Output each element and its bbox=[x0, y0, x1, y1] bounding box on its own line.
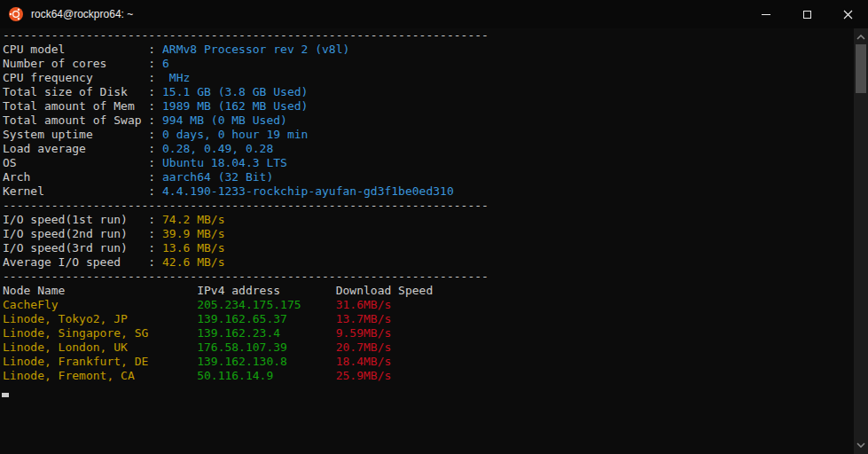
close-button[interactable] bbox=[827, 0, 868, 28]
terminal-text-segment: 50.116.14.9 bbox=[197, 369, 336, 382]
separator-line: ----------------------------------------… bbox=[3, 270, 868, 284]
scrollbar-thumb[interactable] bbox=[856, 44, 866, 93]
terminal-text-segment: Linode, Frankfurt, DE bbox=[3, 355, 197, 368]
terminal-text-segment: ----------------------------------------… bbox=[3, 199, 489, 212]
info-line: CPU model : ARMv8 Processor rev 2 (v8l) bbox=[3, 43, 868, 57]
terminal-text-segment: 25.9MB/s bbox=[336, 369, 392, 382]
terminal-cursor bbox=[2, 393, 9, 397]
terminal-text-segment: 0 days, 0 hour 19 min bbox=[162, 128, 308, 141]
terminal-text-segment: Total amount of Mem : bbox=[3, 99, 162, 113]
terminal-text-segment: 13.7MB/s bbox=[336, 312, 392, 325]
terminal-text-segment: 139.162.23.4 bbox=[197, 326, 336, 340]
terminal-text-segment: OS : bbox=[3, 156, 162, 169]
terminal-text-segment: aarch64 (32 Bit) bbox=[162, 170, 273, 184]
terminal-text-segment: 15.1 GB (3.8 GB Used) bbox=[162, 85, 308, 98]
terminal-text-segment: 0.28, 0.49, 0.28 bbox=[162, 142, 273, 155]
terminal-text-segment: Linode, London, UK bbox=[3, 340, 197, 354]
info-line: CPU frequency : MHz bbox=[3, 71, 868, 85]
terminal-text-segment: Number of cores : bbox=[3, 57, 162, 70]
terminal-text-segment: CPU frequency : bbox=[3, 71, 162, 84]
terminal-text-segment: Ubuntu 18.04.3 LTS bbox=[162, 156, 287, 169]
terminal-text-segment: 42.6 MB/s bbox=[162, 255, 224, 269]
terminal-text-segment: 1989 MB (162 MB Used) bbox=[162, 99, 308, 113]
terminal-text-segment: Linode, Singapore, SG bbox=[3, 326, 197, 340]
terminal-text-segment: 139.162.65.37 bbox=[197, 312, 336, 325]
terminal-window: rock64@rockpro64: ~ --------------------… bbox=[0, 0, 868, 454]
terminal-text-segment: 18.4MB/s bbox=[336, 355, 392, 368]
table-row-line: Linode, Tokyo2, JP 139.162.65.37 13.7MB/… bbox=[3, 312, 868, 326]
titlebar[interactable]: rock64@rockpro64: ~ bbox=[0, 0, 868, 28]
separator-line: ----------------------------------------… bbox=[3, 28, 868, 43]
info-line: Number of cores : 6 bbox=[3, 57, 868, 71]
info-line: Arch : aarch64 (32 Bit) bbox=[3, 170, 868, 184]
terminal-text-segment: I/O speed(2nd run) : bbox=[3, 227, 162, 240]
terminal-text-segment: 139.162.130.8 bbox=[197, 355, 336, 368]
terminal-text-segment: 39.9 MB/s bbox=[162, 227, 224, 240]
terminal-text-segment: 13.6 MB/s bbox=[162, 241, 224, 254]
window-title: rock64@rockpro64: ~ bbox=[31, 8, 133, 20]
maximize-icon bbox=[803, 11, 811, 19]
terminal-text-segment: 74.2 MB/s bbox=[162, 213, 224, 226]
terminal-text-segment: I/O speed(1st run) : bbox=[3, 213, 162, 226]
terminal-text-segment: Total size of Disk : bbox=[3, 85, 162, 98]
terminal-text-segment: CPU model : bbox=[3, 43, 162, 56]
io-line: I/O speed(3rd run) : 13.6 MB/s bbox=[3, 241, 868, 255]
minimize-button[interactable] bbox=[746, 0, 786, 28]
minimize-icon bbox=[762, 14, 770, 15]
terminal-text-segment: CacheFly bbox=[3, 298, 197, 311]
terminal-text-segment: Total amount of Swap : bbox=[3, 114, 162, 127]
table-row-line: Linode, Singapore, SG 139.162.23.4 9.59M… bbox=[3, 326, 868, 340]
terminal-text-segment: ARMv8 Processor rev 2 (v8l) bbox=[162, 43, 349, 56]
terminal-text-segment: Load average : bbox=[3, 142, 162, 155]
terminal-text-segment: 6 bbox=[162, 57, 169, 70]
terminal-text-segment: Arch : bbox=[3, 170, 162, 184]
terminal-text-segment: Linode, Fremont, CA bbox=[3, 369, 197, 382]
info-line: System uptime : 0 days, 0 hour 19 min bbox=[3, 128, 868, 142]
terminal-text-segment: 31.6MB/s bbox=[336, 298, 392, 311]
terminal-output: ----------------------------------------… bbox=[3, 28, 868, 383]
info-line: Load average : 0.28, 0.49, 0.28 bbox=[3, 142, 868, 156]
scrollbar-up-arrow-icon[interactable] bbox=[854, 30, 868, 44]
table-row-line: Linode, London, UK 176.58.107.39 20.7MB/… bbox=[3, 340, 868, 355]
terminal-text-segment: System uptime : bbox=[3, 128, 162, 141]
terminal-text-segment: I/O speed(3rd run) : bbox=[3, 241, 162, 254]
info-line: OS : Ubuntu 18.04.3 LTS bbox=[3, 156, 868, 170]
info-line: Total size of Disk : 15.1 GB (3.8 GB Use… bbox=[3, 85, 868, 99]
close-icon bbox=[843, 10, 853, 20]
ubuntu-logo-icon bbox=[9, 7, 23, 21]
io-line: I/O speed(2nd run) : 39.9 MB/s bbox=[3, 227, 868, 241]
terminal-text-segment: MHz bbox=[162, 71, 190, 84]
separator-line: ----------------------------------------… bbox=[3, 199, 868, 213]
table-row-line: Linode, Fremont, CA 50.116.14.9 25.9MB/s bbox=[3, 369, 868, 383]
table-header-line: Node Name IPv4 address Download Speed bbox=[3, 284, 868, 298]
io-line: Average I/O speed : 42.6 MB/s bbox=[3, 255, 868, 270]
info-line: Total amount of Mem : 1989 MB (162 MB Us… bbox=[3, 99, 868, 114]
terminal-text-segment: Linode, Tokyo2, JP bbox=[3, 312, 197, 325]
io-line: I/O speed(1st run) : 74.2 MB/s bbox=[3, 213, 868, 227]
terminal-text-segment: 4.4.190-1233-rockchip-ayufan-gd3f1be0ed3… bbox=[162, 184, 454, 198]
scrollbar[interactable] bbox=[854, 28, 868, 454]
terminal-text-segment: 9.59MB/s bbox=[336, 326, 392, 340]
info-line: Kernel : 4.4.190-1233-rockchip-ayufan-gd… bbox=[3, 184, 868, 199]
terminal-text-segment: 994 MB (0 MB Used) bbox=[162, 114, 287, 127]
terminal-text-segment: 176.58.107.39 bbox=[197, 340, 336, 354]
terminal-text-segment: Kernel : bbox=[3, 184, 162, 198]
info-line: Total amount of Swap : 994 MB (0 MB Used… bbox=[3, 114, 868, 128]
terminal-text-segment: Node Name IPv4 address Download Speed bbox=[3, 284, 433, 297]
terminal-text-segment: 20.7MB/s bbox=[336, 340, 392, 354]
maximize-button[interactable] bbox=[786, 0, 827, 28]
table-row-line: CacheFly 205.234.175.175 31.6MB/s bbox=[3, 298, 868, 312]
terminal-text-segment: ----------------------------------------… bbox=[3, 28, 489, 42]
terminal-text-segment: ----------------------------------------… bbox=[3, 270, 489, 283]
terminal-content[interactable]: ----------------------------------------… bbox=[0, 28, 868, 454]
table-row-line: Linode, Frankfurt, DE 139.162.130.8 18.4… bbox=[3, 355, 868, 369]
terminal-text-segment: 205.234.175.175 bbox=[197, 298, 336, 311]
terminal-text-segment: Average I/O speed : bbox=[3, 255, 162, 269]
scrollbar-down-arrow-icon[interactable] bbox=[854, 438, 868, 452]
